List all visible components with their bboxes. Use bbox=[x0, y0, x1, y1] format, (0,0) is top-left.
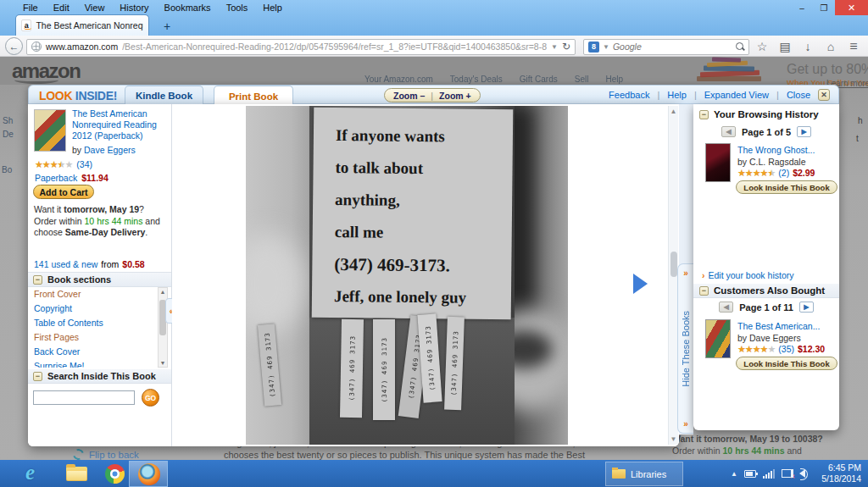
bookmark-star-icon[interactable]: ☆ bbox=[754, 40, 770, 53]
browsing-history-header[interactable]: − Your Browsing History bbox=[693, 109, 839, 119]
close-link[interactable]: Close bbox=[787, 90, 810, 100]
menu-view[interactable]: View bbox=[77, 2, 113, 14]
scroll-down-icon[interactable]: ▼ bbox=[159, 360, 167, 366]
search-inside-header[interactable]: − Search Inside This Book bbox=[28, 369, 171, 384]
section-back-cover[interactable]: Back Cover bbox=[28, 345, 171, 359]
chevron-down-icon[interactable]: ▼ bbox=[551, 43, 558, 51]
page-next-icon[interactable]: ▶ bbox=[797, 126, 811, 137]
feedback-link[interactable]: Feedback bbox=[609, 90, 649, 100]
search-input[interactable] bbox=[613, 42, 732, 52]
also-bought-thumbnail[interactable] bbox=[705, 319, 731, 358]
scroll-up-icon[interactable]: ▲ bbox=[159, 289, 167, 295]
menu-bookmarks[interactable]: Bookmarks bbox=[157, 2, 219, 14]
stars-icon[interactable]: ★★★★★★★★★★ bbox=[737, 168, 775, 178]
nav-sell[interactable]: Sell bbox=[575, 75, 589, 84]
format-link[interactable]: Paperback bbox=[35, 173, 77, 183]
scroll-thumb[interactable] bbox=[670, 252, 677, 277]
back-button[interactable]: ← bbox=[5, 37, 23, 55]
section-table-of-contents[interactable]: Table of Contents bbox=[28, 316, 171, 330]
stars-icon[interactable]: ★★★★★★★★★★ bbox=[737, 344, 775, 354]
collapse-minus-icon[interactable]: − bbox=[699, 110, 709, 119]
collapse-minus-icon[interactable]: − bbox=[33, 372, 42, 381]
speaker-icon[interactable] bbox=[799, 469, 805, 478]
collapse-minus-icon[interactable]: − bbox=[33, 275, 42, 285]
menu-history[interactable]: History bbox=[112, 2, 156, 14]
page-next-icon[interactable]: ▶ bbox=[799, 302, 814, 313]
firefox-taskbar-button[interactable] bbox=[129, 461, 168, 487]
tray-expand-icon[interactable]: ▲ bbox=[731, 470, 737, 478]
google-engine-icon[interactable]: 8 bbox=[588, 42, 599, 53]
scroll-up-icon[interactable]: ▲ bbox=[669, 108, 678, 115]
tab-kindle-book[interactable]: Kindle Book bbox=[125, 86, 203, 105]
section-first-pages[interactable]: First Pages bbox=[28, 330, 171, 345]
zoom-in-button[interactable]: Zoom + bbox=[439, 91, 471, 101]
nav-todays-deals[interactable]: Today's Deals bbox=[450, 75, 503, 84]
url-bar[interactable]: www.amazon.com /Best-American-Nonrequire… bbox=[26, 39, 576, 55]
book-info-sidebar: The Best American Nonrequired Reading 20… bbox=[28, 104, 172, 446]
look-inside-this-book-button[interactable]: Look Inside This Book bbox=[736, 357, 837, 370]
book-sections-header[interactable]: − Book sections bbox=[28, 273, 171, 287]
tab-print-book[interactable]: Print Book bbox=[214, 86, 293, 106]
section-front-cover[interactable]: Front Cover bbox=[28, 287, 171, 302]
internet-explorer-icon[interactable]: e bbox=[25, 461, 35, 484]
libraries-taskbar-button[interactable]: Libraries bbox=[605, 462, 683, 486]
minimize-icon[interactable]: – bbox=[791, 0, 813, 15]
nav-gift-cards[interactable]: Gift Cards bbox=[520, 75, 558, 84]
flip-to-back-control[interactable]: Flip to back bbox=[73, 449, 139, 460]
close-box-icon[interactable]: ✕ bbox=[818, 89, 830, 101]
help-link[interactable]: Help bbox=[667, 90, 687, 100]
menu-help[interactable]: Help bbox=[255, 2, 290, 14]
taskbar-clock[interactable]: 6:45 PM 5/18/2014 bbox=[807, 462, 861, 484]
rating-count-link[interactable]: (2) bbox=[778, 168, 789, 178]
collapse-minus-icon[interactable]: − bbox=[699, 286, 709, 296]
section-surprise-me[interactable]: Surprise Me! bbox=[28, 359, 171, 368]
book-page-image[interactable]: If anyone wants to talk about anything, … bbox=[246, 106, 568, 445]
search-inside-input[interactable] bbox=[33, 390, 135, 405]
stars-icon[interactable]: ★★★★★★★★★★ bbox=[35, 159, 72, 169]
menu-file[interactable]: File bbox=[15, 2, 46, 14]
nav-help[interactable]: Help bbox=[605, 75, 623, 84]
scroll-down-icon[interactable]: ▼ bbox=[669, 435, 678, 443]
next-page-arrow[interactable] bbox=[633, 274, 648, 294]
battery-icon[interactable] bbox=[744, 470, 756, 478]
bookmarks-list-icon[interactable]: ▤ bbox=[777, 40, 793, 53]
edit-book-history-link[interactable]: Edit your book history bbox=[709, 270, 794, 280]
file-explorer-icon[interactable] bbox=[66, 467, 87, 481]
browser-tab[interactable]: a The Best American Nonrequir... bbox=[15, 14, 149, 36]
chrome-icon[interactable] bbox=[105, 464, 125, 484]
reload-icon[interactable]: ↻ bbox=[562, 41, 570, 53]
zoom-out-button[interactable]: Zoom – bbox=[393, 91, 425, 101]
menu-tools[interactable]: Tools bbox=[219, 2, 256, 14]
nav-your-amazon[interactable]: Your Amazon.com bbox=[364, 75, 433, 84]
close-icon[interactable]: ✕ bbox=[835, 0, 868, 15]
expanded-view-link[interactable]: Expanded View bbox=[704, 90, 769, 100]
also-bought-header[interactable]: − Customers Also Bought bbox=[693, 285, 839, 296]
go-button[interactable]: GO bbox=[142, 389, 159, 407]
add-to-cart-button[interactable]: Add to Cart bbox=[33, 185, 94, 199]
restore-icon[interactable]: ❐ bbox=[813, 0, 835, 15]
search-magnifier-icon[interactable] bbox=[736, 42, 744, 51]
engine-chevron-icon[interactable]: ▼ bbox=[603, 43, 609, 51]
used-new-link[interactable]: 141 used & new bbox=[34, 259, 97, 269]
also-bought-title-link[interactable]: The Best American... bbox=[737, 321, 820, 331]
home-icon[interactable]: ⌂ bbox=[823, 40, 838, 53]
section-copyright[interactable]: Copyright bbox=[28, 302, 171, 316]
look-inside-this-book-button[interactable]: Look Inside This Book bbox=[736, 180, 837, 194]
rating-count-link[interactable]: (35) bbox=[778, 344, 794, 354]
history-book-thumbnail[interactable] bbox=[705, 143, 731, 182]
downloads-icon[interactable]: ↓ bbox=[800, 40, 815, 53]
signal-bars-icon[interactable] bbox=[763, 469, 775, 479]
book-cover-thumbnail[interactable] bbox=[34, 109, 66, 152]
dimmed-delivery-pre: Order within bbox=[672, 445, 723, 456]
hamburger-menu-icon[interactable]: ≡ bbox=[846, 39, 861, 54]
page-prev-icon[interactable]: ◀ bbox=[721, 126, 736, 137]
author-link[interactable]: Dave Eggers bbox=[84, 145, 136, 155]
menu-edit[interactable]: Edit bbox=[46, 2, 77, 14]
page-prev-icon[interactable]: ◀ bbox=[719, 302, 733, 313]
search-box[interactable]: 8 ▼ bbox=[583, 39, 749, 55]
hide-these-books-tab[interactable]: » Hide These Books » bbox=[677, 263, 693, 434]
history-book-title-link[interactable]: The Wrong Ghost... bbox=[737, 145, 815, 155]
rating-count-link[interactable]: (34) bbox=[76, 159, 92, 169]
new-tab-button[interactable]: + bbox=[156, 19, 178, 36]
book-title-link[interactable]: The Best American Nonrequired Reading 20… bbox=[72, 108, 167, 141]
